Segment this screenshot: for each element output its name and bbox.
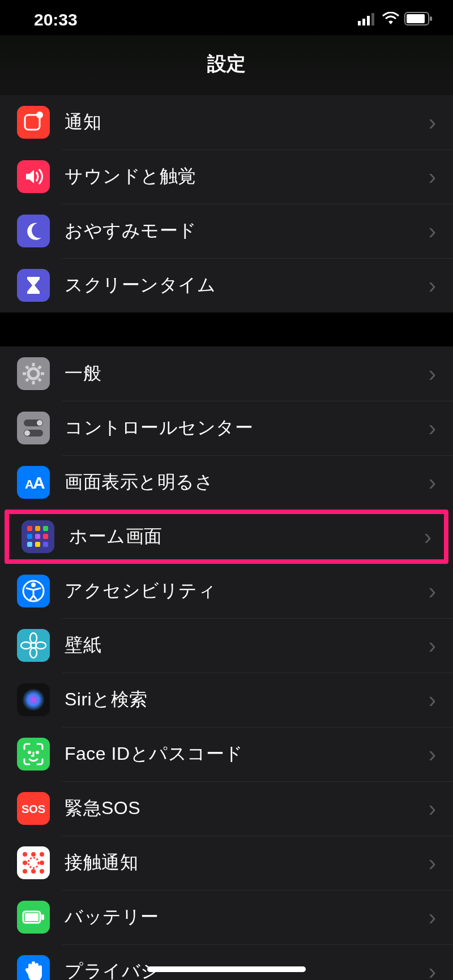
chevron-right-icon: ›: [429, 633, 453, 658]
chevron-right-icon: ›: [429, 742, 453, 767]
chevron-right-icon: ›: [429, 219, 453, 244]
chevron-right-icon: ›: [429, 579, 453, 604]
page-title: 設定: [0, 35, 453, 95]
row-controlcenter[interactable]: コントロールセンター ›: [0, 401, 453, 455]
row-wallpaper[interactable]: 壁紙 ›: [0, 618, 453, 673]
settings-section-1: 通知 › サウンドと触覚 › おやすみモード › スクリーンタイム ›: [0, 95, 453, 313]
row-homescreen[interactable]: ホーム画面 ›: [9, 514, 444, 559]
svg-rect-11: [17, 215, 50, 247]
svg-rect-70: [41, 914, 44, 920]
row-label: バッテリー: [65, 905, 429, 930]
svg-point-43: [31, 583, 36, 587]
svg-text:A: A: [33, 473, 45, 492]
svg-rect-69: [25, 913, 39, 921]
battery-icon: [404, 10, 433, 29]
svg-rect-39: [35, 542, 40, 547]
chevron-right-icon: ›: [429, 416, 453, 441]
svg-line-21: [26, 379, 28, 381]
row-battery[interactable]: バッテリー ›: [0, 890, 453, 944]
svg-point-61: [23, 861, 27, 865]
exposure-icon: [17, 846, 50, 879]
row-exposure[interactable]: 接触通知 ›: [0, 836, 453, 890]
svg-point-59: [31, 852, 36, 857]
svg-point-58: [23, 852, 27, 857]
home-indicator[interactable]: [147, 966, 306, 972]
row-sos[interactable]: SOS 緊急SOS ›: [0, 781, 453, 836]
svg-point-51: [22, 688, 45, 711]
status-indicators: [358, 10, 433, 29]
hand-icon: [17, 955, 50, 980]
highlight-box: ホーム画面 ›: [5, 510, 448, 564]
row-accessibility[interactable]: アクセシビリティ ›: [0, 564, 453, 618]
svg-rect-36: [35, 534, 40, 539]
row-label: 通知: [65, 110, 429, 135]
svg-rect-2: [367, 16, 370, 25]
hourglass-icon: [17, 269, 50, 302]
chevron-right-icon: ›: [429, 110, 453, 135]
svg-point-9: [36, 112, 43, 118]
chevron-right-icon: ›: [424, 524, 444, 550]
cellular-icon: [358, 10, 377, 29]
row-siri[interactable]: Siriと検索 ›: [0, 673, 453, 727]
row-faceid[interactable]: Face IDとパスコード ›: [0, 727, 453, 781]
svg-point-54: [37, 752, 39, 754]
row-privacy[interactable]: プライバシー ›: [0, 944, 453, 980]
svg-point-60: [40, 852, 44, 857]
status-time: 20:33: [34, 10, 78, 29]
sos-icon: SOS: [17, 792, 50, 825]
sounds-icon: [17, 160, 50, 193]
chevron-right-icon: ›: [429, 273, 453, 298]
row-label: ホーム画面: [69, 524, 424, 549]
svg-rect-40: [43, 542, 48, 547]
svg-line-22: [39, 366, 41, 369]
svg-point-65: [40, 869, 44, 874]
row-label: Face IDとパスコード: [65, 742, 429, 767]
svg-point-25: [37, 420, 42, 426]
row-general[interactable]: 一般 ›: [0, 346, 453, 401]
notifications-icon: [17, 106, 50, 139]
svg-rect-1: [362, 19, 365, 25]
svg-rect-3: [371, 13, 374, 25]
moon-icon: [17, 215, 50, 247]
row-label: 画面表示と明るさ: [65, 470, 429, 495]
row-label: スクリーンタイム: [65, 273, 429, 298]
row-screentime[interactable]: スクリーンタイム ›: [0, 258, 453, 313]
svg-rect-6: [430, 16, 432, 21]
row-dnd[interactable]: おやすみモード ›: [0, 204, 453, 258]
row-label: 一般: [65, 361, 429, 386]
svg-rect-44: [17, 629, 50, 662]
row-display[interactable]: AA 画面表示と明るさ ›: [0, 455, 453, 510]
svg-point-27: [24, 430, 30, 436]
svg-rect-32: [27, 526, 32, 531]
svg-point-62: [40, 861, 44, 865]
chevron-right-icon: ›: [429, 850, 453, 876]
row-label: おやすみモード: [65, 219, 429, 243]
svg-point-64: [31, 869, 36, 874]
row-label: アクセシビリティ: [65, 579, 429, 604]
chevron-right-icon: ›: [429, 905, 453, 930]
row-label: 接触通知: [65, 850, 429, 875]
svg-point-63: [23, 869, 27, 874]
chevron-right-icon: ›: [429, 361, 453, 387]
svg-rect-5: [407, 14, 425, 23]
wifi-icon: [382, 10, 400, 29]
siri-icon: [17, 683, 50, 716]
svg-rect-0: [358, 21, 361, 25]
svg-text:SOS: SOS: [22, 803, 45, 815]
svg-rect-38: [27, 542, 32, 547]
flower-icon: [17, 629, 50, 662]
status-bar: 20:33: [0, 0, 453, 35]
svg-rect-23: [17, 412, 50, 444]
accessibility-icon: [17, 575, 50, 607]
svg-rect-33: [35, 526, 40, 531]
gear-icon: [17, 357, 50, 390]
row-label: 壁紙: [65, 633, 429, 658]
svg-rect-7: [17, 106, 50, 139]
row-label: サウンドと触覚: [65, 164, 429, 189]
row-sounds[interactable]: サウンドと触覚 ›: [0, 149, 453, 204]
battery-settings-icon: [17, 901, 50, 934]
settings-section-2: 一般 › コントロールセンター › AA 画面表示と明るさ › ホーム画面 › …: [0, 346, 453, 980]
svg-line-20: [39, 379, 41, 381]
row-notifications[interactable]: 通知 ›: [0, 95, 453, 149]
chevron-right-icon: ›: [429, 959, 453, 981]
